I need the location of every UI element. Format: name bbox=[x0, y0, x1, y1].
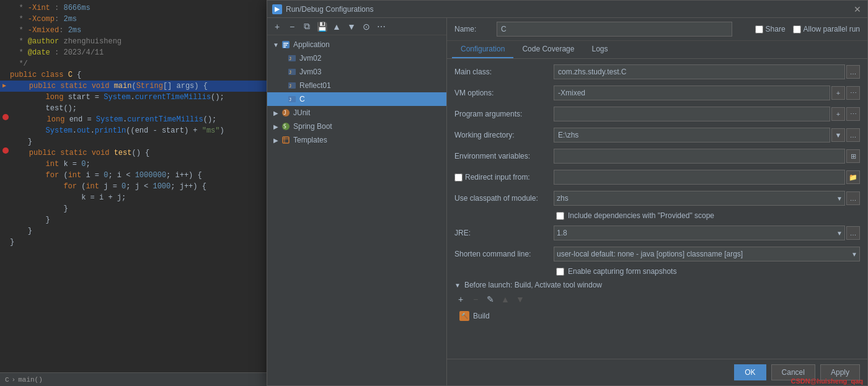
env-vars-browse-button[interactable]: ⊞ bbox=[846, 149, 860, 163]
program-args-browse-button[interactable]: ⋯ bbox=[846, 107, 860, 121]
svg-rect-1 bbox=[283, 43, 288, 44]
tree-item-reflect01[interactable]: J Reflect01 bbox=[267, 79, 446, 92]
dialog-icon: ▶ bbox=[272, 4, 282, 14]
share-config-button[interactable]: ⊙ bbox=[360, 20, 373, 33]
svg-text:J: J bbox=[289, 70, 291, 75]
tree-item-jvm03[interactable]: J Jvm03 bbox=[267, 65, 446, 79]
jvm02-label: Jvm02 bbox=[299, 54, 321, 63]
status-file: C bbox=[5, 376, 9, 384]
classpath-select[interactable]: zhs bbox=[554, 191, 845, 206]
code-line: } bbox=[0, 237, 267, 248]
redirect-input-field[interactable] bbox=[554, 170, 845, 185]
code-line: for (int j = 0; j < 1000; j++) { bbox=[0, 181, 267, 192]
redirect-input-label: Redirect input from: bbox=[454, 173, 554, 182]
env-vars-input[interactable] bbox=[554, 149, 845, 164]
name-label: Name: bbox=[454, 25, 492, 33]
code-line: * -Xcomp: 2ms bbox=[0, 14, 267, 25]
tree-item-junit[interactable]: ▶ J JUnit bbox=[267, 106, 446, 120]
templates-icon bbox=[281, 135, 291, 145]
code-line: long end = System.currentTimeMillis(); bbox=[0, 114, 267, 125]
tab-logs[interactable]: Logs bbox=[583, 41, 616, 58]
vm-options-browse-button[interactable]: ⋯ bbox=[846, 86, 860, 100]
launch-add-button[interactable]: + bbox=[454, 293, 467, 305]
name-row: Name: Share Allow parallel run bbox=[447, 18, 867, 41]
shorten-cmd-select[interactable]: user-local default: none - java [options… bbox=[554, 247, 860, 261]
svg-text:J: J bbox=[289, 97, 291, 102]
jre-select[interactable]: 1.8 bbox=[554, 226, 845, 240]
launch-remove-button[interactable]: − bbox=[469, 293, 482, 305]
tab-code-coverage[interactable]: Code Coverage bbox=[513, 41, 583, 58]
enable-capturing-checkbox[interactable] bbox=[556, 268, 564, 276]
remove-config-button[interactable]: − bbox=[286, 20, 298, 33]
launch-edit-button[interactable]: ✎ bbox=[484, 293, 497, 305]
working-dir-label: Working directory: bbox=[454, 131, 554, 139]
name-input[interactable] bbox=[497, 22, 732, 37]
main-class-browse-button[interactable]: … bbox=[846, 65, 860, 79]
tree-item-c[interactable]: J C bbox=[267, 92, 446, 106]
launch-up-button[interactable]: ▲ bbox=[499, 293, 512, 305]
tree-item-jvm02[interactable]: J Jvm02 bbox=[267, 51, 446, 65]
enable-capturing-label: Enable capturing form snapshots bbox=[568, 267, 676, 276]
code-line: } bbox=[0, 214, 267, 226]
sort-button[interactable]: ⋯ bbox=[375, 20, 388, 33]
junit-label: JUnit bbox=[293, 108, 310, 117]
enable-capturing-row: Enable capturing form snapshots bbox=[454, 267, 860, 276]
allow-parallel-text: Allow parallel run bbox=[804, 25, 860, 33]
code-line: } bbox=[0, 203, 267, 214]
templates-expand-arrow: ▶ bbox=[272, 136, 280, 144]
move-up-button[interactable]: ▲ bbox=[330, 20, 343, 33]
save-config-button[interactable]: 💾 bbox=[316, 20, 328, 33]
code-editor: * -Xint : 8666ms * -Xcomp: 2ms * -Xmixed… bbox=[0, 0, 267, 386]
include-deps-checkbox[interactable] bbox=[556, 212, 564, 220]
close-button[interactable]: ✕ bbox=[852, 4, 862, 14]
vm-options-expand-button[interactable]: + bbox=[831, 86, 845, 100]
working-dir-browse-button[interactable]: … bbox=[846, 128, 860, 142]
tab-bar: Configuration Code Coverage Logs bbox=[447, 41, 867, 59]
allow-parallel-checkbox[interactable] bbox=[793, 25, 801, 33]
svg-text:J: J bbox=[289, 84, 291, 89]
shorten-cmd-row: Shorten command line: user-local default… bbox=[454, 246, 860, 262]
tab-configuration[interactable]: Configuration bbox=[452, 41, 513, 58]
dialog-titlebar: ▶ Run/Debug Configurations ✕ bbox=[267, 1, 867, 18]
code-line: k = i + j; bbox=[0, 192, 267, 203]
run-debug-dialog: ▶ Run/Debug Configurations ✕ + − ⧉ 💾 ▲ ▼… bbox=[267, 0, 868, 386]
watermark: CSDN@huisheng_qaq bbox=[791, 377, 863, 385]
junit-expand-arrow: ▶ bbox=[272, 109, 280, 116]
svg-rect-3 bbox=[283, 46, 286, 48]
working-dir-dropdown-button[interactable]: ▼ bbox=[831, 128, 845, 142]
dialog-overlay: ▶ Run/Debug Configurations ✕ + − ⧉ 💾 ▲ ▼… bbox=[267, 0, 868, 386]
share-checkbox-label[interactable]: Share bbox=[755, 25, 786, 33]
status-method: main() bbox=[18, 376, 43, 384]
code-line: public class C { bbox=[0, 69, 267, 81]
before-launch-header[interactable]: ▼ Before launch: Build, Activate tool wi… bbox=[454, 281, 860, 289]
redirect-browse-button[interactable]: 📁 bbox=[846, 170, 860, 184]
program-args-input[interactable] bbox=[554, 107, 830, 121]
jre-label: JRE: bbox=[454, 229, 554, 237]
tree-item-application[interactable]: ▼ Application bbox=[267, 38, 446, 51]
copy-config-button[interactable]: ⧉ bbox=[301, 20, 313, 33]
share-checkbox[interactable] bbox=[755, 25, 763, 33]
ok-button[interactable]: OK bbox=[734, 364, 766, 380]
launch-down-button[interactable]: ▼ bbox=[514, 293, 526, 305]
before-launch-label: Before launch: Build, Activate tool wind… bbox=[464, 281, 602, 289]
dialog-title: Run/Debug Configurations bbox=[286, 5, 373, 14]
tree-expand-arrow: ▼ bbox=[272, 41, 280, 48]
share-label: Share bbox=[766, 25, 786, 33]
main-class-input[interactable] bbox=[554, 64, 845, 79]
redirect-input-checkbox[interactable] bbox=[454, 173, 463, 182]
add-config-button[interactable]: + bbox=[271, 20, 283, 33]
allow-parallel-label[interactable]: Allow parallel run bbox=[793, 25, 860, 33]
jre-browse-button[interactable]: … bbox=[846, 226, 860, 240]
classpath-browse-button[interactable]: … bbox=[846, 191, 860, 205]
templates-label: Templates bbox=[293, 136, 327, 144]
tree-item-templates[interactable]: ▶ Templates bbox=[267, 133, 446, 147]
code-line: public static void test() { bbox=[0, 147, 267, 159]
vm-options-input[interactable] bbox=[554, 86, 830, 100]
reflect01-icon: J bbox=[287, 81, 297, 90]
program-args-expand-button[interactable]: + bbox=[831, 107, 845, 121]
jvm02-icon: J bbox=[287, 53, 297, 63]
working-dir-input[interactable] bbox=[554, 128, 830, 143]
jvm03-icon: J bbox=[287, 67, 297, 77]
move-down-button[interactable]: ▼ bbox=[345, 20, 358, 33]
tree-item-spring-boot[interactable]: ▶ S Spring Boot bbox=[267, 120, 446, 133]
